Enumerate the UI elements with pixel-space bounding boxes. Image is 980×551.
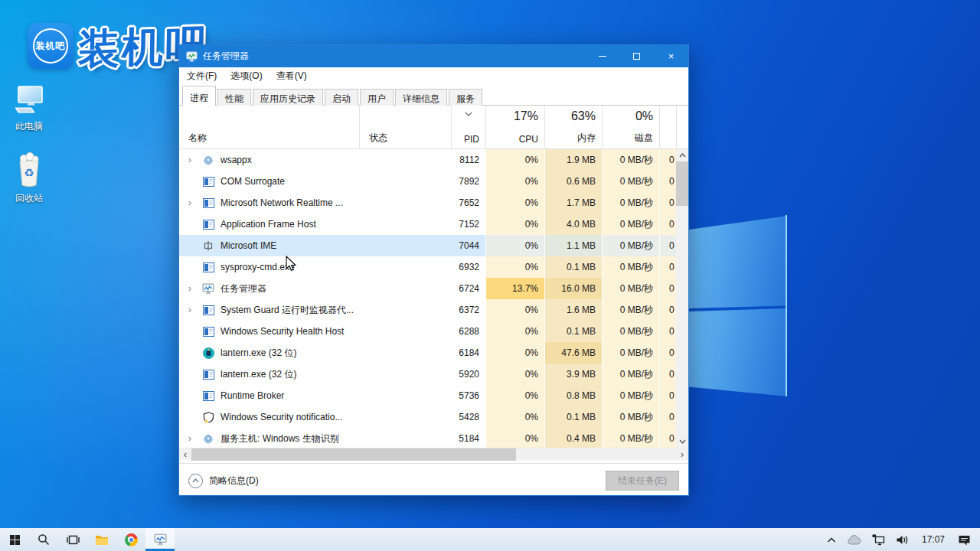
- file-explorer-button[interactable]: [87, 528, 116, 551]
- expand-chevron-icon[interactable]: ›: [184, 278, 196, 299]
- gear-icon: [202, 432, 214, 445]
- process-row[interactable]: lantern.exe (32 位)61840%47.6 MB0 MB/秒0: [179, 342, 676, 364]
- show-hidden-icons-button[interactable]: [822, 528, 841, 551]
- process-pid: 7652: [451, 192, 485, 214]
- tab-1[interactable]: 性能: [217, 89, 251, 106]
- start-button[interactable]: [0, 528, 29, 551]
- horizontal-scrollbar[interactable]: ‹ ›: [179, 448, 688, 460]
- maximize-button[interactable]: [619, 45, 654, 67]
- end-task-button[interactable]: 结束任务(E): [606, 471, 679, 491]
- scroll-right-arrow[interactable]: ›: [676, 448, 688, 461]
- disk-total-usage: 0%: [635, 109, 653, 123]
- task-view-icon: [67, 534, 80, 546]
- process-row[interactable]: Microsoft IME70440%1.1 MB0 MB/秒0: [179, 235, 676, 256]
- menu-item-1[interactable]: 选项(O): [230, 70, 262, 83]
- desktop-icon-label: 此电脑: [15, 120, 43, 133]
- vertical-scrollbar-thumb[interactable]: [676, 161, 688, 206]
- process-cpu: 0%: [485, 256, 544, 278]
- desktop-icon-recycle-bin[interactable]: ♻ 回收站: [0, 152, 58, 205]
- expand-chevron-icon[interactable]: ›: [184, 192, 196, 214]
- process-row[interactable]: Windows Security notificatio...54280%0.1…: [179, 406, 676, 428]
- close-button[interactable]: ×: [654, 45, 688, 67]
- tab-6[interactable]: 服务: [449, 89, 482, 106]
- chevron-up-icon: [827, 536, 836, 543]
- process-row[interactable]: lantern.exe (32 位)59200%3.9 MB0 MB/秒0: [179, 364, 676, 385]
- task-view-button[interactable]: [58, 528, 87, 551]
- process-network-partial: 0: [659, 299, 676, 321]
- horizontal-scrollbar-thumb[interactable]: [191, 448, 516, 461]
- process-row[interactable]: Runtime Broker57360%0.8 MB0 MB/秒0: [179, 385, 676, 406]
- task-manager-taskbar-button[interactable]: [145, 528, 175, 551]
- vertical-scrollbar[interactable]: [676, 149, 688, 448]
- app-window-icon: [202, 390, 214, 402]
- column-header-pid[interactable]: PID: [451, 106, 485, 148]
- process-row[interactable]: ›wsappx81120%1.9 MB0 MB/秒0: [179, 149, 676, 171]
- process-cpu: 0%: [485, 192, 544, 214]
- search-icon: [38, 533, 50, 546]
- tab-5[interactable]: 详细信息: [395, 89, 447, 106]
- task-manager-window: 任务管理器 × 文件(F)选项(O)查看(V) 进程性能应用历史记录启动用户详细…: [178, 44, 689, 496]
- tab-2[interactable]: 应用历史记录: [253, 89, 323, 106]
- column-header-memory[interactable]: 63% 内存: [544, 106, 602, 148]
- column-header-name[interactable]: 名称: [179, 106, 359, 148]
- process-name: COM Surrogate: [220, 171, 285, 192]
- process-status: [359, 256, 451, 278]
- menu-item-0[interactable]: 文件(F): [187, 70, 217, 83]
- process-status: [359, 364, 451, 385]
- expand-chevron-icon[interactable]: ›: [184, 299, 196, 321]
- process-pid: 5428: [451, 406, 485, 428]
- chrome-button[interactable]: [116, 528, 145, 551]
- process-row[interactable]: ›服务主机: Windows 生物识别51840%0.4 MB0 MB/秒0: [179, 428, 676, 448]
- tab-3[interactable]: 启动: [325, 89, 358, 106]
- process-memory: 0.6 MB: [544, 171, 602, 192]
- minimize-button[interactable]: [585, 45, 619, 67]
- process-cpu: 0%: [485, 149, 544, 171]
- action-center-button[interactable]: [952, 528, 980, 551]
- search-button[interactable]: [29, 528, 58, 551]
- scroll-left-arrow[interactable]: ‹: [179, 448, 191, 461]
- window-titlebar[interactable]: 任务管理器 ×: [179, 45, 688, 67]
- process-row[interactable]: ›Microsoft Network Realtime ...76520%1.7…: [179, 192, 676, 214]
- process-network-partial: 0: [659, 428, 676, 448]
- desktop-icon-this-pc[interactable]: 此电脑: [0, 84, 58, 133]
- expand-chevron-icon[interactable]: ›: [184, 149, 196, 171]
- column-header-status[interactable]: 状态: [359, 106, 451, 148]
- tab-4[interactable]: 用户: [360, 89, 394, 106]
- scroll-up-arrow[interactable]: [676, 149, 688, 161]
- scroll-down-arrow[interactable]: [676, 435, 688, 448]
- taskbar: 17:07: [0, 528, 980, 551]
- process-cpu: 0%: [485, 235, 544, 256]
- menu-item-2[interactable]: 查看(V): [276, 70, 307, 83]
- shield-warning-icon: [202, 411, 214, 423]
- fewer-details-toggle[interactable]: 简略信息(D): [188, 474, 259, 488]
- network-tray-button[interactable]: [867, 528, 890, 551]
- window-footer: 简略信息(D) 结束任务(E): [179, 463, 688, 497]
- taskbar-clock[interactable]: 17:07: [914, 534, 952, 545]
- process-pid: 6372: [451, 299, 485, 321]
- process-network-partial: 0: [659, 192, 676, 214]
- tab-0[interactable]: 进程: [182, 86, 216, 106]
- process-memory: 1.9 MB: [544, 149, 602, 171]
- expand-chevron-icon[interactable]: ›: [184, 428, 196, 448]
- process-network-partial: 0: [659, 214, 676, 235]
- process-row[interactable]: sysproxy-cmd.exe69320%0.1 MB0 MB/秒0: [179, 256, 676, 278]
- process-memory: 3.9 MB: [544, 364, 602, 385]
- process-disk: 0 MB/秒: [602, 299, 659, 321]
- process-memory: 4.0 MB: [544, 214, 602, 235]
- volume-tray-button[interactable]: [890, 528, 914, 551]
- process-row[interactable]: ›任务管理器672413.7%16.0 MB0 MB/秒0: [179, 278, 676, 299]
- process-row[interactable]: Windows Security Health Host62880%0.1 MB…: [179, 321, 676, 342]
- process-disk: 0 MB/秒: [602, 235, 659, 256]
- process-status: [359, 235, 451, 256]
- process-name: Application Frame Host: [220, 214, 316, 235]
- onedrive-tray-button[interactable]: [841, 528, 867, 551]
- window-title: 任务管理器: [203, 50, 249, 63]
- column-header-network-partial[interactable]: [659, 106, 676, 148]
- process-row[interactable]: COM Surrogate78920%0.6 MB0 MB/秒0: [179, 171, 676, 192]
- column-header-disk[interactable]: 0% 磁盘: [602, 106, 659, 148]
- process-status: [359, 192, 451, 214]
- process-network-partial: 0: [659, 149, 676, 171]
- process-row[interactable]: ›System Guard 运行时监视器代...63720%1.6 MB0 MB…: [179, 299, 676, 321]
- column-header-cpu[interactable]: 17% CPU: [485, 106, 544, 148]
- process-row[interactable]: Application Frame Host71520%4.0 MB0 MB/秒…: [179, 214, 676, 235]
